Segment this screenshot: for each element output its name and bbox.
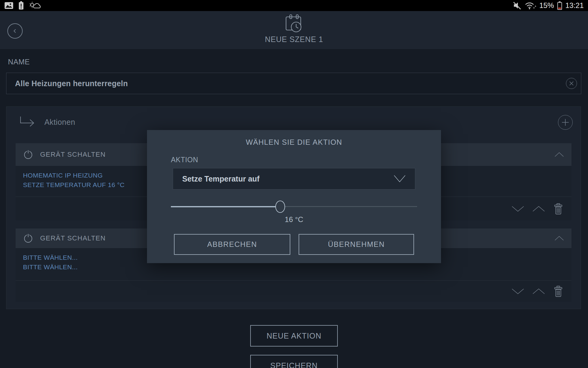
branch-arrow-icon: [19, 115, 36, 129]
cancel-button[interactable]: ABBRECHEN: [174, 234, 290, 255]
slider-thumb[interactable]: [275, 201, 285, 213]
power-icon: [23, 233, 33, 243]
choose-action-dialog: WÄHLEN SIE DIE AKTION AKTION Setze Tempe…: [147, 130, 441, 263]
slider-fill: [171, 206, 280, 207]
action-type-label: GERÄT SCHALTEN: [40, 151, 106, 159]
trash-icon: [553, 203, 564, 215]
delete-action-button[interactable]: [553, 286, 564, 297]
action-dropdown-label: AKTION: [171, 156, 441, 164]
chevron-up-icon: [532, 206, 545, 212]
wifi-icon: [525, 1, 536, 10]
scene-name-input[interactable]: Alle Heizungen herunterregeln: [6, 73, 581, 94]
actions-panel-title: Aktionen: [44, 118, 75, 127]
status-bar: 15% 13:21: [0, 0, 588, 11]
power-icon: [23, 149, 33, 160]
trash-icon: [553, 286, 564, 297]
temperature-value: 16 °C: [147, 215, 441, 224]
dialog-title: WÄHLEN SIE DIE AKTION: [147, 138, 441, 147]
mute-icon: [512, 1, 522, 10]
action-dropdown-value: Setze Temperatur auf: [182, 174, 259, 183]
close-icon: [569, 81, 574, 86]
collapse-icon[interactable]: [554, 152, 564, 157]
chevron-down-icon: [511, 206, 524, 212]
temperature-slider[interactable]: [171, 200, 417, 213]
clock-text: 13:21: [565, 0, 584, 11]
move-up-button[interactable]: [532, 206, 545, 212]
page-title: NEUE SZENE 1: [265, 35, 323, 44]
clear-name-button[interactable]: [566, 78, 577, 89]
battery-alert-icon: [18, 1, 24, 10]
action-detail-link[interactable]: SETZE TEMPERATUR AUF 16 °C: [23, 180, 125, 190]
status-icons-right: 15% 13:21: [512, 0, 584, 11]
scene-calendar-clock-icon: [285, 14, 303, 34]
chevron-left-icon: [11, 27, 19, 35]
move-down-button[interactable]: [511, 288, 524, 294]
move-down-button[interactable]: [511, 206, 524, 212]
battery-icon: [557, 1, 562, 10]
action-dropdown[interactable]: Setze Temperatur auf: [173, 168, 415, 190]
app-header: NEUE SZENE 1: [0, 11, 588, 49]
action-type-label: GERÄT SCHALTEN: [40, 234, 106, 242]
save-button[interactable]: SPEICHERN: [250, 355, 338, 368]
gallery-icon: [4, 2, 13, 9]
collapse-icon[interactable]: [554, 236, 564, 241]
device-link[interactable]: BITTE WÄHLEN...: [23, 253, 78, 262]
status-icons-left: [4, 1, 41, 10]
chevron-down-icon: [394, 175, 406, 183]
weather-icon: [29, 1, 41, 10]
move-up-button[interactable]: [532, 288, 545, 294]
add-action-button[interactable]: [558, 115, 573, 130]
chevron-down-icon: [511, 288, 524, 294]
scene-name-value: Alle Heizungen herunterregeln: [15, 79, 128, 88]
delete-action-button[interactable]: [553, 203, 564, 215]
device-link[interactable]: HOMEMATIC IP HEIZUNG: [23, 171, 103, 180]
action-detail-link[interactable]: BITTE WÄHLEN...: [23, 262, 78, 272]
back-button[interactable]: [7, 23, 23, 39]
chevron-up-icon: [532, 288, 545, 294]
battery-percent-text: 15%: [539, 0, 554, 11]
new-action-button[interactable]: NEUE AKTION: [250, 325, 338, 347]
apply-button[interactable]: ÜBERNEHMEN: [299, 234, 414, 255]
name-field-label: NAME: [8, 58, 30, 66]
plus-icon: [561, 118, 570, 127]
action-card-footer: [16, 280, 571, 302]
